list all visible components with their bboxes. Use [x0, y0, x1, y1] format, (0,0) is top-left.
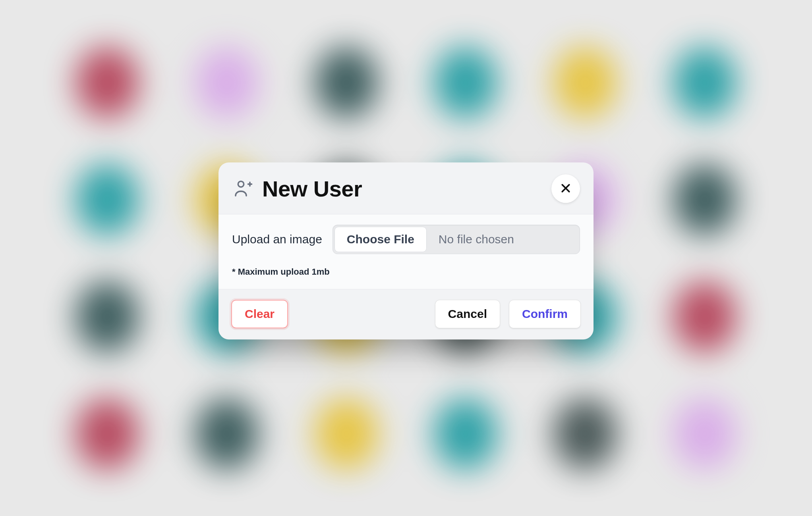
choose-file-button[interactable]: Choose File	[334, 227, 427, 252]
close-button[interactable]	[551, 174, 580, 203]
upload-label: Upload an image	[232, 233, 322, 246]
upload-row: Upload an image Choose File No file chos…	[218, 214, 594, 264]
user-plus-icon	[232, 178, 253, 199]
confirm-button[interactable]: Confirm	[509, 300, 581, 328]
clear-button[interactable]: Clear	[231, 300, 288, 328]
svg-point-0	[238, 181, 244, 187]
modal-header: New User	[218, 162, 594, 214]
file-input[interactable]: Choose File No file chosen	[333, 225, 580, 254]
modal-body: Upload an image Choose File No file chos…	[218, 214, 594, 289]
cancel-button[interactable]: Cancel	[435, 300, 500, 328]
new-user-modal: New User Upload an image Choose File No …	[218, 162, 594, 339]
upload-hint: * Maximum upload 1mb	[218, 264, 594, 289]
modal-title: New User	[262, 176, 543, 202]
close-icon	[560, 182, 572, 195]
file-status-text: No file chosen	[428, 225, 580, 254]
modal-footer: Clear Cancel Confirm	[218, 289, 594, 339]
